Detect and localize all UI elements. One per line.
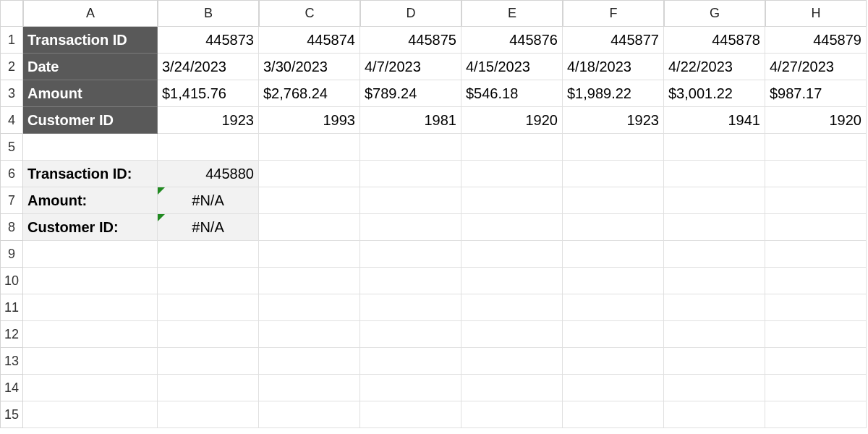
- cell-E12[interactable]: [461, 321, 563, 348]
- cell-D10[interactable]: [360, 268, 461, 294]
- cell-F12[interactable]: [563, 321, 664, 348]
- row-header-2[interactable]: 2: [0, 54, 23, 80]
- cell-B14[interactable]: [158, 375, 259, 401]
- cell-A9[interactable]: [23, 241, 158, 268]
- lookup-label-amount[interactable]: Amount:: [23, 187, 158, 214]
- row-header-8[interactable]: 8: [0, 214, 23, 241]
- cell-B4[interactable]: 1923: [158, 107, 259, 134]
- cell-E8[interactable]: [461, 214, 563, 241]
- cell-F4[interactable]: 1923: [563, 107, 664, 134]
- cell-C13[interactable]: [259, 348, 360, 375]
- cell-G6[interactable]: [664, 161, 765, 187]
- cell-H12[interactable]: [765, 321, 867, 348]
- cell-H8[interactable]: [765, 214, 867, 241]
- cell-F8[interactable]: [563, 214, 664, 241]
- cell-E11[interactable]: [461, 294, 563, 321]
- cell-C6[interactable]: [259, 161, 360, 187]
- column-header-C[interactable]: C: [259, 0, 360, 27]
- row-header-11[interactable]: 11: [0, 294, 23, 321]
- cell-C14[interactable]: [259, 375, 360, 401]
- cell-C15[interactable]: [259, 401, 360, 428]
- cell-B1[interactable]: 445873: [158, 27, 259, 54]
- row-header-5[interactable]: 5: [0, 134, 23, 161]
- cell-C1[interactable]: 445874: [259, 27, 360, 54]
- row-header-13[interactable]: 13: [0, 348, 23, 375]
- cell-F13[interactable]: [563, 348, 664, 375]
- cell-E9[interactable]: [461, 241, 563, 268]
- cell-B12[interactable]: [158, 321, 259, 348]
- cell-G8[interactable]: [664, 214, 765, 241]
- row-header-3[interactable]: 3: [0, 80, 23, 107]
- column-header-H[interactable]: H: [765, 0, 867, 27]
- cell-B9[interactable]: [158, 241, 259, 268]
- cell-H6[interactable]: [765, 161, 867, 187]
- cell-E1[interactable]: 445876: [461, 27, 563, 54]
- cell-H1[interactable]: 445879: [765, 27, 867, 54]
- cell-G11[interactable]: [664, 294, 765, 321]
- cell-D12[interactable]: [360, 321, 461, 348]
- cell-C10[interactable]: [259, 268, 360, 294]
- cell-F6[interactable]: [563, 161, 664, 187]
- cell-H9[interactable]: [765, 241, 867, 268]
- cell-G1[interactable]: 445878: [664, 27, 765, 54]
- column-header-B[interactable]: B: [158, 0, 259, 27]
- row-header-7[interactable]: 7: [0, 187, 23, 214]
- lookup-label-transactionid[interactable]: Transaction ID:: [23, 161, 158, 187]
- cell-D2[interactable]: 4/7/2023: [360, 54, 461, 80]
- cell-G5[interactable]: [664, 134, 765, 161]
- cell-G13[interactable]: [664, 348, 765, 375]
- cell-B5[interactable]: [158, 134, 259, 161]
- select-all-corner[interactable]: [0, 0, 23, 27]
- cell-H7[interactable]: [765, 187, 867, 214]
- cell-D1[interactable]: 445875: [360, 27, 461, 54]
- cell-D11[interactable]: [360, 294, 461, 321]
- cell-C3[interactable]: $2,768.24: [259, 80, 360, 107]
- lookup-value-customerid[interactable]: #N/A: [158, 214, 259, 241]
- cell-E7[interactable]: [461, 187, 563, 214]
- cell-C8[interactable]: [259, 214, 360, 241]
- cell-B15[interactable]: [158, 401, 259, 428]
- cell-E4[interactable]: 1920: [461, 107, 563, 134]
- cell-H10[interactable]: [765, 268, 867, 294]
- row-header-14[interactable]: 14: [0, 375, 23, 401]
- cell-E14[interactable]: [461, 375, 563, 401]
- column-header-A[interactable]: A: [23, 0, 158, 27]
- cell-F2[interactable]: 4/18/2023: [563, 54, 664, 80]
- cell-F5[interactable]: [563, 134, 664, 161]
- cell-F15[interactable]: [563, 401, 664, 428]
- cell-E5[interactable]: [461, 134, 563, 161]
- cell-H11[interactable]: [765, 294, 867, 321]
- row-label-r1[interactable]: Transaction ID: [23, 27, 158, 54]
- cell-B11[interactable]: [158, 294, 259, 321]
- cell-G2[interactable]: 4/22/2023: [664, 54, 765, 80]
- cell-D15[interactable]: [360, 401, 461, 428]
- cell-D7[interactable]: [360, 187, 461, 214]
- cell-E15[interactable]: [461, 401, 563, 428]
- cell-C11[interactable]: [259, 294, 360, 321]
- cell-G12[interactable]: [664, 321, 765, 348]
- cell-E10[interactable]: [461, 268, 563, 294]
- cell-B2[interactable]: 3/24/2023: [158, 54, 259, 80]
- row-label-r4[interactable]: Customer ID: [23, 107, 158, 134]
- cell-D13[interactable]: [360, 348, 461, 375]
- cell-D6[interactable]: [360, 161, 461, 187]
- cell-H14[interactable]: [765, 375, 867, 401]
- cell-F11[interactable]: [563, 294, 664, 321]
- cell-C5[interactable]: [259, 134, 360, 161]
- row-label-r2[interactable]: Date: [23, 54, 158, 80]
- cell-G4[interactable]: 1941: [664, 107, 765, 134]
- cell-F1[interactable]: 445877: [563, 27, 664, 54]
- row-header-9[interactable]: 9: [0, 241, 23, 268]
- cell-C7[interactable]: [259, 187, 360, 214]
- cell-H4[interactable]: 1920: [765, 107, 867, 134]
- cell-F7[interactable]: [563, 187, 664, 214]
- row-header-1[interactable]: 1: [0, 27, 23, 54]
- column-header-G[interactable]: G: [664, 0, 765, 27]
- cell-D9[interactable]: [360, 241, 461, 268]
- spreadsheet-grid[interactable]: ABCDEFGH1Transaction ID44587344587444587…: [0, 0, 868, 428]
- cell-C12[interactable]: [259, 321, 360, 348]
- cell-E13[interactable]: [461, 348, 563, 375]
- cell-E2[interactable]: 4/15/2023: [461, 54, 563, 80]
- cell-G10[interactable]: [664, 268, 765, 294]
- cell-A15[interactable]: [23, 401, 158, 428]
